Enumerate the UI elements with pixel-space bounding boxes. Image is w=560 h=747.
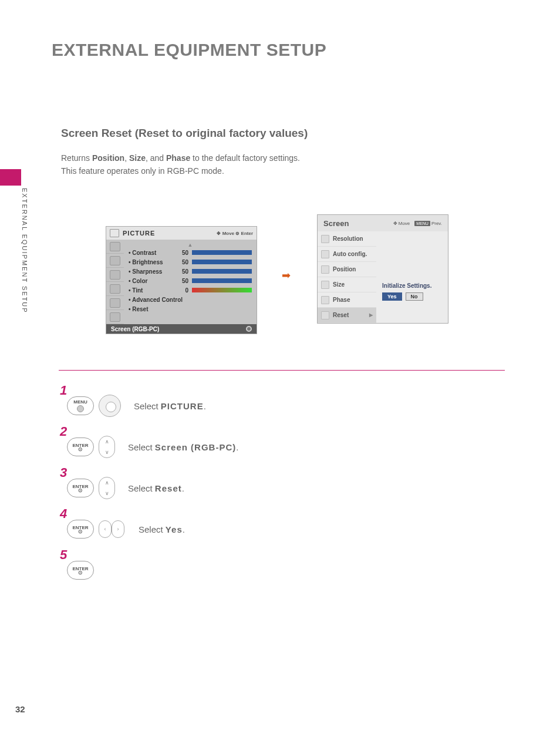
button-label: MENU xyxy=(73,399,87,405)
vertical-pad-icon: ∧∨ xyxy=(99,436,115,458)
menu-category-icon xyxy=(110,312,120,322)
list-item[interactable]: Size xyxy=(318,277,376,292)
list-item[interactable]: Resolution xyxy=(318,231,376,247)
item-label: Phase xyxy=(333,297,350,303)
list-item[interactable]: Phase xyxy=(318,292,376,308)
item-label: • Tint xyxy=(129,287,176,294)
list-item[interactable]: • Sharpness50 xyxy=(129,267,252,276)
item-value: 0 xyxy=(176,287,188,294)
desc-bold-phase: Phase xyxy=(166,153,190,163)
list-item[interactable]: • Tint0 xyxy=(129,285,252,295)
step-text: Select PICTURE. xyxy=(134,401,206,411)
desc-text: to the default factory settings. xyxy=(190,153,300,163)
list-item[interactable]: • Color50 xyxy=(129,276,252,285)
list-item-selected[interactable]: Reset▶ xyxy=(318,308,376,323)
item-label: • Color xyxy=(129,278,176,284)
move-icon: ✥ xyxy=(217,231,222,236)
item-label: Resolution xyxy=(333,235,363,242)
item-label: • Contrast xyxy=(129,250,176,256)
slider-bar xyxy=(192,269,252,274)
desc-text: , xyxy=(124,153,129,163)
picture-menu: PICTURE ✥ Move ⊚ Enter ▲ • Contrast50 • … xyxy=(106,226,257,334)
arrow-right-icon: ➡ xyxy=(282,269,291,282)
item-label: Size xyxy=(333,281,345,288)
picture-menu-selected[interactable]: Screen (RGB-PC) xyxy=(106,324,257,334)
enter-dot-icon: ⊙ xyxy=(78,530,83,533)
screen-menu-header: Screen ✥ Move MENU Prev. xyxy=(318,215,448,231)
desc-bold-size: Size xyxy=(129,153,146,163)
screen-menu-title: Screen xyxy=(323,219,393,228)
step-row: 1 MENU Select PICTURE. xyxy=(61,385,238,426)
menu-category-icon xyxy=(110,270,120,280)
item-label: Reset xyxy=(333,312,349,318)
screen-menu: Screen ✥ Move MENU Prev. Resolution Auto… xyxy=(317,214,448,324)
step-bold: PICTURE xyxy=(161,401,204,411)
steps-list: 1 MENU Select PICTURE. 2 ENTER⊙ ∧∨ Selec… xyxy=(61,385,238,591)
circle-icon xyxy=(77,405,84,412)
no-button[interactable]: No xyxy=(406,292,423,301)
menu-category-icon xyxy=(110,256,120,265)
section-description: Returns Position, Size, and Phase to the… xyxy=(61,152,300,178)
step-text: Select Screen (RGB-PC). xyxy=(128,442,238,452)
picture-menu-list: ▲ • Contrast50 • Brightness50 • Sharpnes… xyxy=(124,240,257,324)
item-value: 50 xyxy=(176,278,188,284)
dpad-icon xyxy=(99,395,121,417)
item-label: Auto config. xyxy=(333,251,367,257)
item-label: • Brightness xyxy=(129,259,176,265)
list-item[interactable]: • Brightness50 xyxy=(129,257,252,267)
desc-bold-position: Position xyxy=(92,153,124,163)
chevron-right-icon: ▶ xyxy=(369,312,373,318)
section-title: Screen Reset (Reset to original factory … xyxy=(61,127,308,140)
step-number: 5 xyxy=(60,547,67,563)
picture-menu-hints: ✥ Move ⊚ Enter xyxy=(217,231,253,236)
step-row: 3 ENTER⊙ ∧∨ Select Reset. xyxy=(61,467,238,509)
hint-prev: Prev. xyxy=(431,221,442,226)
list-item[interactable]: Position xyxy=(318,262,376,277)
move-icon: ✥ xyxy=(393,221,399,226)
step-text: Select Yes. xyxy=(139,524,185,534)
page-title: EXTERNAL EQUIPMENT SETUP xyxy=(52,40,326,60)
list-item[interactable]: Auto config. xyxy=(318,247,376,262)
enter-dot-icon: ⊙ xyxy=(78,489,83,492)
horizontal-pad-icon: ‹› xyxy=(99,520,126,538)
slider-bar-tint xyxy=(192,288,252,292)
step-row: 5 ENTER⊙ xyxy=(61,550,238,591)
screen-menu-list: Resolution Auto config. Position Size Ph… xyxy=(318,231,376,323)
picture-menu-title: PICTURE xyxy=(123,230,217,237)
step-bold: Yes xyxy=(166,524,183,534)
radio-icon xyxy=(246,326,252,332)
item-label: • Advanced Control xyxy=(129,297,183,303)
picture-menu-header: PICTURE ✥ Move ⊚ Enter xyxy=(106,227,257,240)
slider-bar xyxy=(192,260,252,264)
position-icon xyxy=(321,265,329,274)
item-label: • Sharpness xyxy=(129,268,176,275)
yes-no-group: Yes No xyxy=(382,292,442,301)
menu-category-icon xyxy=(110,284,120,294)
item-value: 50 xyxy=(176,268,188,275)
size-icon xyxy=(321,281,329,289)
auto-config-icon xyxy=(321,250,329,258)
divider xyxy=(59,370,505,371)
picture-menu-category-icons xyxy=(106,240,124,324)
step-number: 2 xyxy=(60,424,67,439)
step-number: 3 xyxy=(60,465,67,480)
slider-bar xyxy=(192,278,252,283)
list-item[interactable]: • Advanced Control xyxy=(129,295,252,304)
list-item[interactable]: • Contrast50 xyxy=(129,248,252,257)
slider-bar xyxy=(192,250,252,255)
step-number: 1 xyxy=(60,383,67,398)
enter-dot-icon: ⊙ xyxy=(78,448,83,451)
hint-enter: Enter xyxy=(241,231,253,236)
yes-button[interactable]: Yes xyxy=(382,292,402,301)
hint-move: ✥ Move xyxy=(393,221,410,226)
step-text: Select Reset. xyxy=(128,483,184,493)
list-item[interactable]: • Reset xyxy=(129,304,252,314)
item-value: 50 xyxy=(176,250,188,256)
item-value: 50 xyxy=(176,259,188,265)
selected-label: Screen (RGB-PC) xyxy=(111,326,159,332)
remote-menu-button: MENU xyxy=(67,396,94,415)
menu-category-icon xyxy=(110,242,120,251)
menu-category-icon xyxy=(110,298,120,308)
scroll-up-icon: ▲ xyxy=(129,242,252,248)
resolution-icon xyxy=(321,235,329,243)
